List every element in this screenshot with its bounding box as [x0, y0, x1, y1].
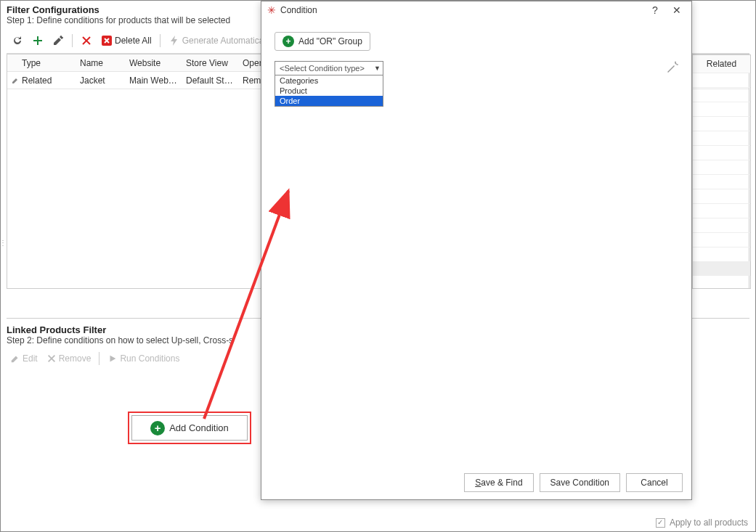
add-button[interactable] [28, 33, 47, 49]
option-order[interactable]: Order [275, 96, 383, 106]
related-row[interactable] [693, 174, 750, 189]
related-header[interactable]: Related [693, 55, 750, 73]
toolbar-separator [72, 34, 73, 47]
col-name[interactable]: Name [76, 58, 125, 68]
toolbar-separator [160, 34, 160, 47]
related-row[interactable] [693, 203, 750, 218]
x-box-icon [101, 35, 113, 46]
linked-edit-button[interactable]: Edit [7, 351, 41, 366]
condition-type-dropdown: Categories Product Order [275, 75, 383, 107]
add-or-label: Add "OR" Group [298, 36, 362, 46]
play-icon [107, 353, 118, 364]
option-product[interactable]: Product [275, 86, 383, 96]
delete-all-button[interactable]: Delete All [97, 33, 155, 49]
plus-circle-icon: + [283, 36, 294, 47]
generate-auto-label: Generate Automatically [182, 36, 272, 46]
related-row[interactable] [693, 116, 750, 131]
condition-dialog: ✳ Condition ? ✕ + Add "OR" Group <Select… [261, 1, 692, 500]
save-find-button[interactable]: Save & Find [464, 473, 533, 492]
col-website[interactable]: Website [125, 58, 182, 68]
cell-type: Related [17, 75, 76, 86]
related-row[interactable] [693, 102, 750, 116]
add-condition-highlight: + Add Condition [128, 412, 251, 444]
plus-icon [32, 35, 44, 46]
cell-website: Main Website [125, 75, 182, 86]
dialog-title: Condition [280, 5, 317, 15]
add-condition-label: Add Condition [169, 422, 229, 433]
x-icon [81, 35, 92, 46]
related-row[interactable] [693, 218, 750, 232]
apply-all-checkbox[interactable] [656, 518, 665, 528]
linked-remove-button[interactable]: Remove [43, 351, 95, 366]
cell-store-view: Default Stor... [182, 75, 238, 86]
linked-run-button[interactable]: Run Conditions [104, 351, 183, 366]
add-condition-button[interactable]: + Add Condition [131, 415, 248, 441]
refresh-icon [12, 35, 23, 46]
help-button[interactable]: ? [646, 4, 664, 16]
option-categories[interactable]: Categories [275, 75, 383, 86]
save-condition-button[interactable]: Save Condition [540, 473, 620, 492]
chevron-down-icon: ▼ [374, 65, 381, 72]
related-row[interactable] [693, 247, 750, 261]
condition-type-select[interactable]: <Select Condition type> ▼ [275, 61, 383, 75]
related-row[interactable] [693, 189, 750, 203]
bolt-icon [168, 35, 180, 46]
bottom-bar: Apply to all products [656, 517, 748, 528]
generate-auto-button[interactable]: Generate Automatically [165, 33, 276, 49]
add-or-group-button[interactable]: + Add "OR" Group [275, 32, 370, 51]
linked-run-label: Run Conditions [120, 353, 179, 364]
related-panel: Related [692, 54, 751, 289]
select-placeholder: <Select Condition type> [280, 64, 365, 73]
pencil-icon [10, 353, 20, 364]
edit-row-icon[interactable] [12, 77, 13, 84]
delete-all-label: Delete All [115, 36, 152, 46]
refresh-button[interactable] [8, 33, 27, 49]
related-row[interactable] [693, 160, 750, 174]
related-row[interactable] [693, 73, 750, 87]
linked-edit-label: Edit [23, 353, 38, 364]
wand-icon[interactable] [665, 61, 678, 74]
related-row[interactable] [693, 261, 750, 276]
toolbar-separator [99, 352, 99, 365]
related-row[interactable] [693, 131, 750, 145]
cancel-button[interactable]: Cancel [626, 473, 683, 492]
col-store-view[interactable]: Store View [182, 58, 238, 68]
edit-button[interactable] [49, 33, 68, 49]
x-icon [46, 353, 57, 364]
related-row[interactable] [693, 145, 750, 160]
apply-all-label: Apply to all products [670, 517, 748, 528]
cell-name: Jacket [76, 75, 125, 86]
close-button[interactable]: ✕ [668, 4, 686, 16]
splitter-handle[interactable]: ⋮ [0, 239, 7, 247]
plus-circle-icon: + [150, 421, 165, 435]
related-row[interactable] [693, 87, 750, 102]
related-row[interactable] [693, 232, 750, 247]
col-type[interactable]: Type [17, 58, 76, 68]
app-icon: ✳ [267, 4, 276, 16]
delete-button[interactable] [77, 33, 96, 49]
pencil-icon [52, 35, 64, 46]
linked-remove-label: Remove [59, 353, 92, 364]
